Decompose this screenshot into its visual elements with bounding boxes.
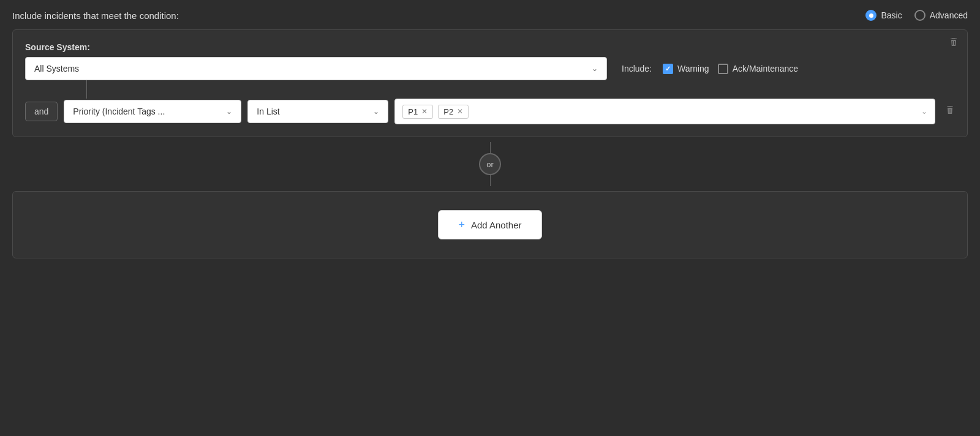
or-badge: or bbox=[479, 153, 501, 175]
tag-p1: P1 ✕ bbox=[402, 105, 433, 119]
tag-p2-remove[interactable]: ✕ bbox=[457, 107, 463, 116]
mode-basic[interactable]: Basic bbox=[865, 10, 902, 21]
tag-p1-remove[interactable]: ✕ bbox=[421, 107, 428, 116]
source-system-chevron-icon: ⌄ bbox=[592, 64, 598, 73]
mode-advanced[interactable]: Advanced bbox=[914, 10, 968, 21]
mode-toggle: Basic Advanced bbox=[865, 10, 968, 21]
or-line-bottom bbox=[490, 175, 491, 186]
tag-p2: P2 ✕ bbox=[438, 105, 469, 119]
ack-maintenance-checkbox[interactable] bbox=[718, 64, 728, 74]
tags-chevron-icon: ⌄ bbox=[921, 107, 927, 116]
warning-checkbox-item[interactable]: Warning bbox=[663, 64, 709, 74]
ack-maintenance-label: Ack/Maintenance bbox=[733, 64, 798, 73]
field-dropdown[interactable]: Priority (Incident Tags ... ⌄ bbox=[64, 100, 241, 123]
operator-value: In List bbox=[257, 107, 373, 116]
source-system-value: All Systems bbox=[34, 64, 592, 73]
ack-maintenance-checkbox-item[interactable]: Ack/Maintenance bbox=[718, 64, 798, 74]
warning-checkbox[interactable] bbox=[663, 64, 673, 74]
field-value: Priority (Incident Tags ... bbox=[73, 107, 226, 116]
header-row: Include incidents that meet the conditio… bbox=[12, 10, 968, 21]
add-another-block: + Add Another bbox=[12, 191, 968, 258]
or-connector: or bbox=[12, 137, 968, 191]
source-system-label: Source System: bbox=[25, 42, 955, 52]
plus-icon: + bbox=[458, 219, 465, 230]
field-chevron-icon: ⌄ bbox=[226, 107, 232, 116]
source-system-dropdown[interactable]: All Systems ⌄ bbox=[25, 57, 607, 80]
basic-radio[interactable] bbox=[865, 10, 876, 21]
advanced-label: Advanced bbox=[930, 10, 968, 20]
connector-line bbox=[86, 80, 87, 99]
add-another-button[interactable]: + Add Another bbox=[438, 210, 541, 239]
source-system-row: All Systems ⌄ Include: Warning Ack/Maint… bbox=[25, 57, 955, 80]
tags-container[interactable]: P1 ✕ P2 ✕ ⌄ bbox=[394, 99, 935, 124]
operator-chevron-icon: ⌄ bbox=[373, 107, 379, 116]
include-label: Include: bbox=[622, 64, 652, 73]
delete-filter-button[interactable] bbox=[945, 105, 955, 118]
advanced-radio[interactable] bbox=[914, 10, 925, 21]
delete-condition-button[interactable] bbox=[949, 37, 959, 50]
basic-label: Basic bbox=[881, 10, 902, 20]
tag-p2-value: P2 bbox=[443, 107, 453, 116]
filter-row: and Priority (Incident Tags ... ⌄ In Lis… bbox=[25, 99, 955, 124]
and-badge: and bbox=[25, 102, 58, 121]
operator-dropdown[interactable]: In List ⌄ bbox=[247, 100, 388, 123]
add-another-label: Add Another bbox=[471, 220, 522, 230]
page-title: Include incidents that meet the conditio… bbox=[12, 10, 179, 21]
condition-block-1: Source System: All Systems ⌄ Include: Wa… bbox=[12, 29, 968, 137]
warning-label: Warning bbox=[677, 64, 709, 73]
or-line-top bbox=[490, 142, 491, 153]
tag-p1-value: P1 bbox=[408, 107, 418, 116]
include-section: Include: Warning Ack/Maintenance bbox=[622, 64, 798, 74]
